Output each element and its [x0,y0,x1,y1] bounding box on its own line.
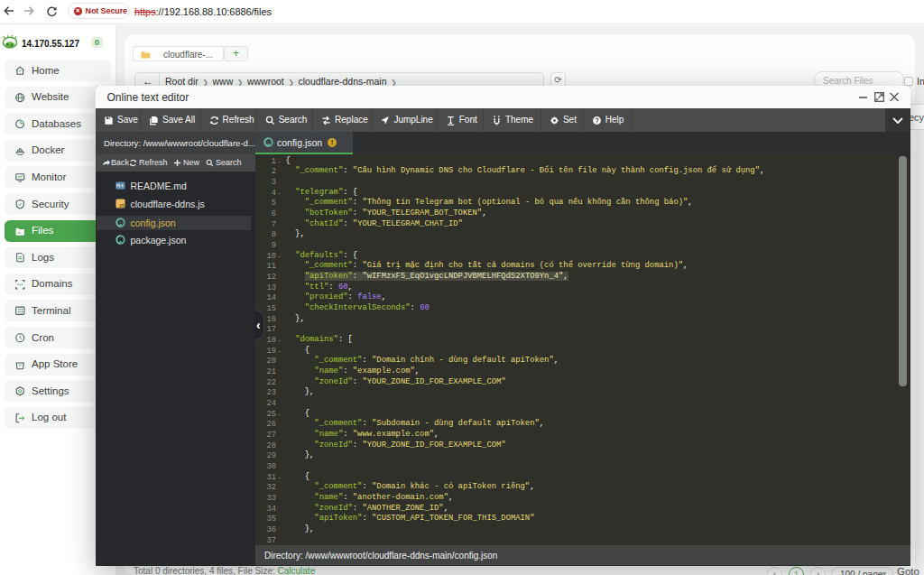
svg-text:JS: JS [118,203,125,209]
